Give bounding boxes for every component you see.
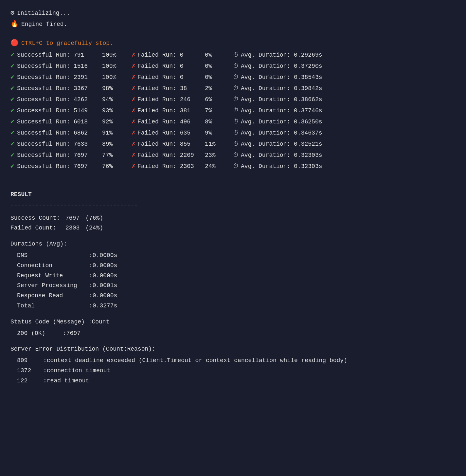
duration-val: :0.0000s — [89, 251, 117, 260]
error-count: 1372 — [17, 366, 43, 375]
success-run-text: Successful Run: 7697 — [17, 162, 102, 171]
error-rows-container: 809 :context deadline exceeded (Client.T… — [10, 356, 456, 385]
timer-section: ⏱ Avg. Duration: 0.34637s — [233, 128, 322, 138]
timer-icon: ⏱ — [233, 128, 239, 138]
success-run-text: Successful Run: 7633 — [17, 139, 102, 149]
duration-key: Server Processing — [17, 281, 89, 290]
timer-section: ⏱ Avg. Duration: 0.37290s — [233, 62, 322, 71]
error-reason: :connection timeout — [43, 366, 110, 375]
timer-icon: ⏱ — [233, 139, 239, 149]
duration-val: :0.0000s — [89, 291, 117, 301]
x-icon: ✗ — [132, 72, 135, 82]
success-pct: 93% — [102, 106, 122, 116]
success-pct: 94% — [102, 95, 122, 104]
duration-text: Avg. Duration: 0.32303s — [241, 151, 322, 160]
duration-key: Response Read — [17, 291, 89, 301]
check-icon: ✔ — [10, 117, 14, 127]
success-pct: 100% — [102, 50, 122, 60]
status-rows-container: 200 (OK) :7697 — [10, 329, 456, 338]
fail-text: Failed Run: 855 — [137, 139, 203, 149]
check-icon: ✔ — [10, 150, 14, 160]
fail-pct: 0% — [205, 50, 223, 60]
status-row-0: 200 (OK) :7697 — [10, 329, 456, 338]
error-count: 809 — [17, 356, 43, 365]
duration-key: Connection — [17, 261, 89, 270]
fail-pct: 6% — [205, 95, 223, 104]
success-pct: 92% — [102, 117, 122, 127]
run-line-6: ✔ Successful Run: 6018 92% ✗ Failed Run:… — [10, 117, 456, 127]
success-run-text: Successful Run: 3367 — [17, 84, 102, 93]
check-icon: ✔ — [10, 61, 14, 71]
x-icon: ✗ — [132, 61, 135, 71]
x-icon: ✗ — [132, 50, 135, 60]
duration-text: Avg. Duration: 0.39842s — [241, 84, 322, 93]
error-row-2: 122 :read timeout — [10, 376, 456, 386]
duration-text: Avg. Duration: 0.38662s — [241, 95, 322, 104]
fail-text: Failed Run: 496 — [137, 117, 203, 127]
timer-section: ⏱ Avg. Duration: 0.32521s — [233, 139, 322, 149]
success-run-text: Successful Run: 2391 — [17, 73, 102, 82]
duration-row-0: DNS :0.0000s — [10, 251, 456, 260]
fail-section: ✗ Failed Run: 2303 24% — [132, 161, 223, 172]
init-line-2: 🔥 Engine fired. — [10, 19, 456, 29]
timer-section: ⏱ Avg. Duration: 0.32303s — [233, 151, 322, 160]
run-line-3: ✔ Successful Run: 3367 98% ✗ Failed Run:… — [10, 83, 456, 94]
duration-row-1: Connection :0.0000s — [10, 261, 456, 270]
error-row-0: 809 :context deadline exceeded (Client.T… — [10, 356, 456, 365]
ctrl-text: CTRL+C to gracefully stop. — [21, 39, 113, 48]
run-line-0: ✔ Successful Run: 791 100% ✗ Failed Run:… — [10, 50, 456, 60]
red-circle-icon: 🔴 — [10, 38, 19, 48]
init-text-1: Initializing... — [17, 9, 70, 18]
fire-icon: 🔥 — [10, 19, 19, 29]
fail-section: ✗ Failed Run: 2209 23% — [132, 150, 223, 160]
check-icon: ✔ — [10, 161, 14, 172]
gear-icon: ⚙ — [10, 8, 14, 18]
fail-pct: 0% — [205, 73, 223, 82]
timer-icon: ⏱ — [233, 95, 239, 104]
ctrl-line: 🔴 CTRL+C to gracefully stop. — [10, 38, 456, 48]
fail-text: Failed Run: 2209 — [137, 151, 203, 160]
error-row-1: 1372 :connection timeout — [10, 366, 456, 375]
timer-section: ⏱ Avg. Duration: 0.38662s — [233, 95, 322, 104]
timer-icon: ⏱ — [233, 151, 239, 160]
fail-section: ✗ Failed Run: 496 8% — [132, 117, 223, 127]
status-count: :7697 — [63, 329, 81, 338]
init-text-2: Engine fired. — [21, 20, 67, 29]
timer-icon: ⏱ — [233, 162, 239, 171]
duration-val: :0.0001s — [89, 281, 117, 290]
fail-section: ✗ Failed Run: 0 0% — [132, 72, 223, 82]
success-pct: 77% — [102, 151, 122, 160]
x-icon: ✗ — [132, 94, 135, 105]
fail-pct: 7% — [205, 106, 223, 116]
duration-text: Avg. Duration: 0.37746s — [241, 106, 322, 116]
success-run-text: Successful Run: 4262 — [17, 95, 102, 104]
fail-text: Failed Run: 0 — [137, 50, 203, 60]
result-section: RESULT ---------------------------------… — [10, 190, 456, 233]
duration-row-2: Request Write :0.0000s — [10, 271, 456, 281]
success-pct: 76% — [102, 162, 122, 171]
duration-key: Request Write — [17, 271, 89, 281]
status-code: 200 (OK) — [17, 329, 63, 338]
duration-val: :0.3277s — [89, 301, 117, 311]
duration-key: DNS — [17, 251, 89, 260]
fail-text: Failed Run: 2303 — [137, 162, 203, 171]
durations-label: Durations (Avg): — [10, 239, 456, 249]
fail-section: ✗ Failed Run: 0 0% — [132, 61, 223, 71]
success-run-text: Successful Run: 5149 — [17, 106, 102, 116]
fail-text: Failed Run: 381 — [137, 106, 203, 116]
timer-section: ⏱ Avg. Duration: 0.32303s — [233, 162, 322, 171]
x-icon: ✗ — [132, 128, 135, 138]
duration-val: :0.0000s — [89, 261, 117, 270]
success-count-value: 7697 — [65, 213, 80, 223]
run-line-7: ✔ Successful Run: 6862 91% ✗ Failed Run:… — [10, 128, 456, 138]
error-section: Server Error Distribution (Count:Reason)… — [10, 344, 456, 385]
check-icon: ✔ — [10, 139, 14, 149]
fail-section: ✗ Failed Run: 38 2% — [132, 83, 223, 94]
fail-text: Failed Run: 38 — [137, 84, 203, 93]
fail-section: ✗ Failed Run: 246 6% — [132, 94, 223, 105]
fail-section: ✗ Failed Run: 855 11% — [132, 139, 223, 149]
fail-text: Failed Run: 635 — [137, 128, 203, 138]
timer-section: ⏱ Avg. Duration: 0.36250s — [233, 117, 322, 127]
fail-text: Failed Run: 0 — [137, 73, 203, 82]
success-pct: 100% — [102, 73, 122, 82]
